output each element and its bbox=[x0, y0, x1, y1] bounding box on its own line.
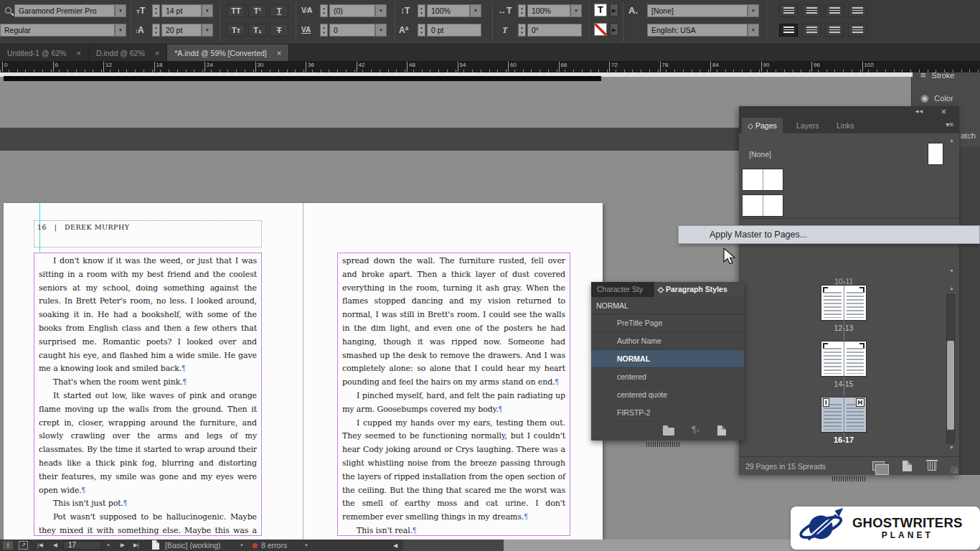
preflight-preset-label[interactable]: [Basic] (working) bbox=[165, 542, 221, 550]
page-number-field[interactable]: 17 bbox=[63, 541, 102, 550]
tab-character-styles[interactable]: Character Sty bbox=[591, 282, 654, 297]
close-icon[interactable]: × bbox=[941, 107, 946, 117]
tab-d-indd[interactable]: D.indd @ 62% × bbox=[89, 44, 167, 61]
font-family-dropdown[interactable]: ▼ bbox=[115, 4, 126, 17]
dock-item-swatches-partial[interactable]: atch bbox=[961, 131, 976, 140]
scroll-up-icon[interactable]: ▲ bbox=[949, 286, 954, 291]
paragraph-style-item[interactable]: FIRSTP-2 bbox=[591, 404, 744, 422]
close-icon[interactable]: × bbox=[277, 49, 281, 57]
baseline-shift-stepper[interactable]: ▲▼ bbox=[418, 24, 425, 37]
last-page-button[interactable]: ▶| bbox=[133, 542, 139, 548]
edit-page-size-icon[interactable] bbox=[872, 461, 885, 471]
running-header-frame[interactable]: 16 | DEREK MURPHY bbox=[34, 220, 262, 248]
scroll-left-icon[interactable]: ◀ bbox=[393, 542, 397, 549]
tab-links[interactable]: Links bbox=[831, 118, 860, 133]
font-size-dropdown[interactable]: ▼ bbox=[202, 4, 213, 17]
paragraph-style-item[interactable]: PreTitle Page bbox=[591, 314, 744, 332]
superscript-button[interactable]: T¹ bbox=[248, 4, 267, 17]
right-text-frame[interactable]: spread down the wall. The furniture rust… bbox=[337, 253, 570, 536]
underline-button[interactable]: T bbox=[270, 4, 288, 17]
skew-stepper[interactable]: ▲▼ bbox=[518, 24, 526, 37]
small-caps-button[interactable]: Tт bbox=[227, 24, 245, 37]
horizontal-scale-field[interactable]: 100% bbox=[527, 4, 570, 17]
styles-panel-resize-grip[interactable] bbox=[646, 442, 681, 447]
baseline-shift-field[interactable]: 0 pt bbox=[427, 24, 481, 37]
panel-resize-grip[interactable] bbox=[951, 466, 958, 474]
delete-page-icon[interactable] bbox=[928, 462, 936, 471]
collapse-panel-icon[interactable]: ◀◀ bbox=[915, 108, 923, 113]
preflight-doc-icon[interactable] bbox=[152, 540, 159, 550]
page-thumbnail[interactable] bbox=[844, 342, 867, 376]
skew-field[interactable]: 0° bbox=[527, 24, 582, 37]
previous-page-button[interactable]: ◀ bbox=[53, 542, 57, 548]
paragraph-style-item[interactable]: centered quote bbox=[591, 386, 744, 404]
font-size-stepper[interactable]: ▲▼ bbox=[152, 4, 160, 17]
scroll-up-icon[interactable]: ▲ bbox=[949, 138, 954, 143]
strikethrough-button[interactable]: T bbox=[270, 24, 288, 37]
fill-color-swatch[interactable]: T bbox=[594, 4, 607, 17]
tab-untitled-1[interactable]: Untitled-1 @ 62% × bbox=[0, 44, 89, 61]
style-group-folder-icon[interactable] bbox=[663, 428, 674, 435]
justify-right-button[interactable] bbox=[825, 24, 844, 37]
errors-dropdown-icon[interactable]: ▼ bbox=[304, 543, 308, 547]
kerning-stepper[interactable]: ▲▼ bbox=[320, 4, 328, 17]
clear-overrides-icon[interactable]: ¶⌿ bbox=[692, 425, 699, 435]
dock-item-color[interactable]: ◉ Color bbox=[920, 93, 953, 103]
vertical-scale-field[interactable]: 100% bbox=[427, 4, 470, 17]
pages-panel-resize-grip[interactable] bbox=[832, 476, 867, 481]
horizontal-scale-stepper[interactable]: ▲▼ bbox=[518, 4, 526, 17]
alert-icon[interactable]: ! bbox=[3, 541, 13, 550]
export-icon[interactable]: ↗ bbox=[19, 541, 28, 550]
tab-layers[interactable]: Layers bbox=[791, 118, 825, 133]
master-page-item[interactable]: H-Master bbox=[739, 169, 959, 194]
align-left-button[interactable] bbox=[779, 4, 798, 17]
align-center-button[interactable] bbox=[802, 4, 821, 17]
document-spread[interactable]: 16 | DEREK MURPHY I don't know if it was… bbox=[4, 203, 603, 540]
kerning-dropdown[interactable]: ▼ bbox=[375, 4, 387, 17]
horizontal-ruler[interactable]: 06121824303642485460667278849096102 bbox=[0, 61, 980, 72]
tracking-field[interactable]: 0 bbox=[329, 24, 375, 37]
justify-center-button[interactable] bbox=[802, 24, 821, 37]
language-field[interactable]: English: USA bbox=[647, 24, 748, 37]
create-new-page-icon[interactable] bbox=[903, 461, 912, 471]
page-dropdown-icon[interactable]: ▼ bbox=[106, 543, 110, 547]
paragraph-style-item[interactable]: Author Name bbox=[591, 332, 744, 350]
master-page-item[interactable]: I-Master bbox=[739, 195, 959, 220]
character-style-field[interactable]: [None] bbox=[647, 4, 748, 17]
all-caps-button[interactable]: TT bbox=[227, 4, 245, 17]
fill-swatch-arrow[interactable]: ▶ bbox=[610, 4, 618, 17]
page-thumbnail[interactable] bbox=[821, 286, 844, 320]
leading-stepper[interactable]: ▲▼ bbox=[152, 24, 160, 37]
tracking-stepper[interactable]: ▲▼ bbox=[320, 24, 328, 37]
panel-menu-icon[interactable]: ▾≡ bbox=[946, 121, 953, 128]
page-thumbnail[interactable] bbox=[844, 286, 867, 320]
close-icon[interactable]: × bbox=[76, 49, 80, 57]
pages-scrollbar-thumb[interactable] bbox=[947, 341, 954, 430]
vertical-scale-stepper[interactable]: ▲▼ bbox=[418, 4, 425, 17]
paragraph-style-item[interactable]: centered bbox=[591, 368, 744, 386]
create-new-style-icon[interactable] bbox=[717, 425, 726, 435]
vertical-scale-dropdown[interactable]: ▼ bbox=[470, 4, 481, 17]
font-search-icon[interactable] bbox=[5, 7, 11, 14]
spread-label[interactable]: 16-17 bbox=[740, 435, 948, 444]
subscript-button[interactable]: T₁ bbox=[248, 24, 267, 37]
align-towards-spine-button[interactable] bbox=[848, 4, 867, 17]
stroke-color-swatch[interactable] bbox=[594, 23, 607, 36]
kerning-field[interactable]: (0) bbox=[329, 4, 375, 17]
spread-thumbnail[interactable] bbox=[821, 342, 866, 376]
spread-label[interactable]: 14-15 bbox=[740, 380, 948, 388]
spread-thumbnail[interactable] bbox=[821, 286, 866, 320]
spread-label[interactable]: 12-13 bbox=[740, 324, 948, 332]
scroll-down-icon[interactable]: ▼ bbox=[949, 268, 954, 273]
font-size-field[interactable]: 14 pt bbox=[161, 4, 202, 17]
spread-label[interactable]: 10-11 bbox=[740, 277, 948, 286]
font-style-dropdown[interactable]: ▼ bbox=[115, 24, 126, 37]
tab-a-indd-active[interactable]: *A.indd @ 59% [Converted] × bbox=[167, 44, 289, 61]
leading-field[interactable]: 20 pt bbox=[161, 24, 202, 37]
paragraph-style-item[interactable]: NORMAL bbox=[591, 350, 744, 368]
first-page-button[interactable]: |◀ bbox=[37, 542, 43, 548]
character-style-dropdown[interactable]: ▼ bbox=[748, 4, 759, 17]
align-right-button[interactable] bbox=[825, 4, 844, 17]
master-page-item[interactable]: [None] bbox=[739, 143, 959, 168]
font-style-field[interactable]: Regular bbox=[0, 24, 115, 37]
